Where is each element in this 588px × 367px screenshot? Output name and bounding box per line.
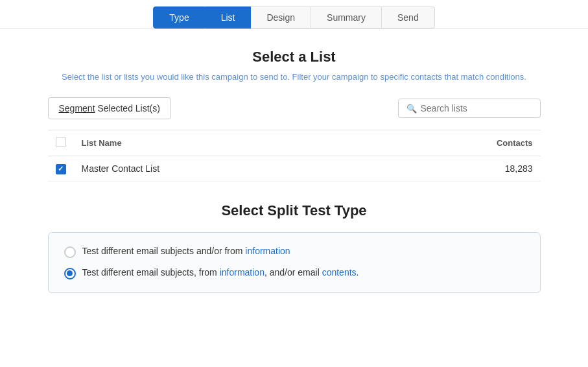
segment-button-label: Segment Selected List(s) — [59, 103, 160, 113]
split-option-2-link1[interactable]: information — [220, 267, 265, 278]
col-contacts: Contacts — [375, 130, 541, 156]
split-option-2[interactable]: Test different email subjects, from info… — [64, 267, 524, 279]
main-content: Select a List Select the list or lists y… — [35, 29, 554, 313]
nav-step-type[interactable]: Type — [153, 6, 205, 29]
step-indicator: Type List Design Summary Send — [153, 6, 434, 29]
nav-step-design-label: Design — [266, 12, 295, 23]
split-option-2-link2[interactable]: contents — [322, 267, 357, 278]
split-test-title: Select Split Test Type — [48, 202, 541, 219]
select-list-subtitle: Select the list or lists you would like … — [48, 72, 541, 82]
radio-option-1[interactable] — [64, 246, 76, 258]
search-box: 🔍 — [398, 99, 541, 118]
list-table-body: Master Contact List 18,283 — [48, 156, 541, 182]
split-option-2-text: Test different email subjects, from info… — [82, 267, 359, 278]
nav-step-summary-label: Summary — [327, 12, 366, 23]
col-list-name: List Name — [74, 130, 375, 156]
nav-step-design[interactable]: Design — [251, 6, 311, 29]
split-options-container: Test different email subjects and/or fro… — [48, 232, 541, 293]
nav-step-summary[interactable]: Summary — [311, 6, 382, 29]
header-checkbox-cell — [48, 130, 74, 156]
top-navigation: Type List Design Summary Send — [0, 0, 588, 29]
row-checkbox-cell — [48, 156, 74, 182]
search-icon: 🔍 — [406, 104, 417, 113]
row-contacts: 18,283 — [375, 156, 541, 182]
list-table: List Name Contacts Master Contact List 1… — [48, 130, 541, 182]
nav-step-list-label: List — [221, 12, 235, 23]
nav-step-send-label: Send — [397, 12, 419, 23]
table-row: Master Contact List 18,283 — [48, 156, 541, 182]
controls-row: Segment Selected List(s) 🔍 — [48, 97, 541, 119]
table-header-row: List Name Contacts — [48, 130, 541, 156]
search-input[interactable] — [421, 103, 532, 113]
header-checkbox[interactable] — [56, 137, 66, 147]
segment-underline-text: Segment — [59, 103, 95, 113]
row-list-name: Master Contact List — [74, 156, 375, 182]
nav-step-send[interactable]: Send — [382, 6, 435, 29]
nav-step-list[interactable]: List — [206, 6, 252, 29]
split-option-1-link[interactable]: information — [245, 246, 290, 256]
split-option-1[interactable]: Test different email subjects and/or fro… — [64, 246, 524, 258]
nav-step-type-label: Type — [169, 12, 189, 23]
segment-button[interactable]: Segment Selected List(s) — [48, 97, 171, 119]
split-option-1-text: Test different email subjects and/or fro… — [82, 246, 290, 256]
row-checkbox[interactable] — [56, 164, 66, 174]
select-list-title: Select a List — [48, 49, 541, 65]
radio-option-2[interactable] — [64, 268, 76, 279]
